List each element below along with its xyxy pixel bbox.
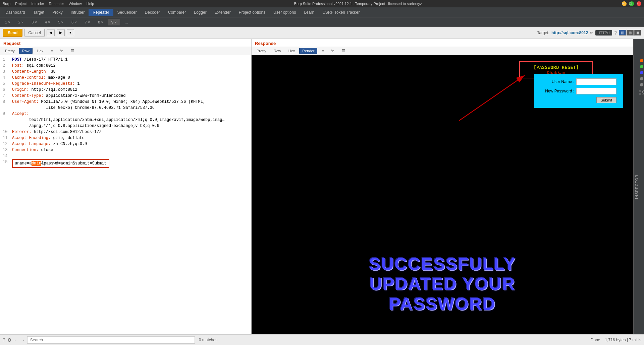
- tab-project-options[interactable]: Project options: [235, 9, 269, 16]
- scale-label: 0.40.0: [638, 90, 644, 95]
- tab-extender[interactable]: Extender: [211, 9, 235, 16]
- question-icon[interactable]: ?: [614, 30, 617, 36]
- color-dot-green: [640, 65, 643, 68]
- svg-line-1: [459, 75, 525, 121]
- nav-forward-button[interactable]: ▶: [57, 29, 65, 36]
- view-single[interactable]: ▣: [634, 30, 641, 36]
- menu-window[interactable]: Window: [69, 2, 82, 6]
- tab-target[interactable]: Target: [29, 9, 48, 16]
- target-url[interactable]: http://sql.com:8012: [551, 30, 588, 35]
- request-line-8: 8User-Agent: Mozilla/5.0 (Windows NT 10.…: [3, 99, 249, 111]
- app-title: Burp Suite Professional v2021.12.1 - Tem…: [94, 2, 622, 6]
- response-format-render[interactable]: Render: [299, 48, 317, 54]
- response-header: Response: [252, 39, 633, 47]
- repeater-tab-7[interactable]: 7 ×: [81, 19, 94, 25]
- username-input[interactable]: [576, 78, 616, 85]
- forward-icon[interactable]: →: [20, 337, 25, 343]
- menu-repeater[interactable]: Repeater: [49, 2, 64, 6]
- menu-burp[interactable]: Burp: [3, 2, 10, 6]
- cancel-button[interactable]: Cancel: [24, 29, 44, 37]
- nav-back-button[interactable]: ◀: [47, 29, 55, 36]
- edit-icon[interactable]: ✏: [590, 30, 593, 35]
- color-dot-blue: [640, 71, 643, 74]
- tab-comparer[interactable]: Comparer: [164, 9, 190, 16]
- inspector-label: INSPECTOR: [635, 175, 639, 199]
- request-line-15: 15 uname=admin&passwd=admin&submit=Submi…: [3, 159, 249, 168]
- request-format-bar: Pretty Raw Hex ≡ \n ☰: [0, 47, 251, 55]
- tab-intruder[interactable]: Intruder: [67, 9, 89, 16]
- request-format-newline[interactable]: \n: [57, 48, 66, 54]
- tab-csrf[interactable]: CSRF Token Tracker: [318, 9, 364, 16]
- response-format-raw[interactable]: Raw: [271, 48, 284, 54]
- repeater-tab-3[interactable]: 3 ×: [28, 19, 41, 25]
- response-format-hex[interactable]: Hex: [285, 48, 298, 54]
- tab-proxy[interactable]: Proxy: [48, 9, 67, 16]
- request-line-7: 7Content-Type: application/x-www-form-ur…: [3, 93, 249, 99]
- view-split-horiz[interactable]: ▥: [619, 30, 626, 36]
- view-split-vert[interactable]: ▤: [627, 30, 634, 36]
- inspector-panel[interactable]: INSPECTOR: [633, 39, 639, 334]
- request-line-5: 5Upgrade-Insecure-Requests: 1: [3, 81, 249, 87]
- request-format-raw[interactable]: Raw: [19, 48, 33, 54]
- bottom-bar: ? ⚙ ← → 0 matches Done 1,716 bytes | 7 m…: [0, 334, 644, 345]
- request-format-hex[interactable]: Hex: [34, 48, 47, 54]
- help-icon[interactable]: ?: [3, 337, 5, 343]
- request-line-10: 10Referer: http://sql.com:8012/Less-17/: [3, 129, 249, 135]
- close-button[interactable]: ×: [637, 1, 641, 6]
- request-format-menu[interactable]: ☰: [68, 48, 77, 54]
- tab-learn[interactable]: Learn: [300, 9, 318, 16]
- color-dot-gray2: [640, 83, 643, 86]
- repeater-tab-bar: 1 × 2 × 3 × 4 × 5 × 6 × 7 × 8 × 9 × …: [0, 17, 644, 27]
- tab-user-options[interactable]: User options: [269, 9, 300, 16]
- newpassword-input[interactable]: [576, 88, 616, 94]
- form-box: User Name : New Password : Submit: [534, 74, 623, 108]
- request-line-13: 13Connection: close: [3, 147, 249, 153]
- request-format-pretty[interactable]: Pretty: [2, 48, 18, 54]
- repeater-tab-9[interactable]: 9 ×: [108, 19, 120, 25]
- response-format-pretty[interactable]: Pretty: [254, 48, 269, 54]
- repeater-tab-8[interactable]: 8 ×: [94, 19, 107, 25]
- menu-project[interactable]: Project: [15, 2, 26, 6]
- repeater-tab-more[interactable]: …: [121, 19, 132, 25]
- repeater-tab-2[interactable]: 2 ×: [15, 19, 28, 25]
- send-button[interactable]: Send: [3, 29, 22, 37]
- tab-dashboard[interactable]: Dashboard: [1, 9, 29, 16]
- response-format-newline[interactable]: \n: [328, 48, 337, 54]
- response-format-menu[interactable]: ☰: [339, 48, 348, 54]
- menu-help[interactable]: Help: [87, 2, 94, 6]
- tab-decoder[interactable]: Decoder: [141, 9, 164, 16]
- form-submit-button[interactable]: Submit: [596, 97, 616, 103]
- request-format-list[interactable]: ≡: [48, 48, 56, 54]
- repeater-tab-4[interactable]: 4 ×: [41, 19, 54, 25]
- color-dot-orange: [640, 59, 643, 62]
- newpassword-label: New Password :: [541, 89, 574, 93]
- password-reset-title: [PASSWORD RESET]: [525, 65, 587, 70]
- request-line-11: 11Accept-Encoding: gzip, deflate: [3, 135, 249, 141]
- back-icon[interactable]: ←: [14, 337, 18, 343]
- maximize-button[interactable]: □: [629, 1, 634, 6]
- nav-tab-bar: Dashboard Target Proxy Intruder Repeater…: [0, 7, 644, 17]
- username-label: User Name :: [541, 79, 574, 84]
- tab-repeater[interactable]: Repeater: [89, 9, 113, 16]
- success-message: SUCCESSFULLYUPDATED YOURPASSWORD: [342, 254, 543, 314]
- request-line-6: 6Origin: http://sql.com:8012: [3, 87, 249, 93]
- request-line-14: 14: [3, 153, 249, 159]
- request-line-2: 2Host: sql.com:8012: [3, 63, 249, 69]
- repeater-tab-6[interactable]: 6 ×: [68, 19, 80, 25]
- title-bar: Burp Project Intruder Repeater Window He…: [0, 0, 644, 7]
- repeater-tab-5[interactable]: 5 ×: [54, 19, 67, 25]
- toolbar: Send Cancel ◀ ▶ ▾ Target: http://sql.com…: [0, 27, 644, 39]
- color-dot-gray1: [640, 77, 643, 80]
- search-input[interactable]: [27, 336, 195, 344]
- repeater-tab-1[interactable]: 1 ×: [1, 19, 14, 25]
- matches-count: 0 matches: [199, 338, 217, 342]
- target-label: Target:: [537, 30, 549, 35]
- minimize-button[interactable]: −: [622, 1, 627, 6]
- nav-dropdown-button[interactable]: ▾: [67, 29, 74, 36]
- tab-logger[interactable]: Logger: [190, 9, 210, 16]
- settings-icon[interactable]: ⚙: [7, 337, 12, 343]
- response-format-list[interactable]: ≡: [319, 48, 327, 54]
- request-body[interactable]: 1POST /Less-17/ HTTP/1.1 2Host: sql.com:…: [0, 55, 251, 334]
- menu-intruder[interactable]: Intruder: [32, 2, 44, 6]
- tab-sequencer[interactable]: Sequencer: [113, 9, 141, 16]
